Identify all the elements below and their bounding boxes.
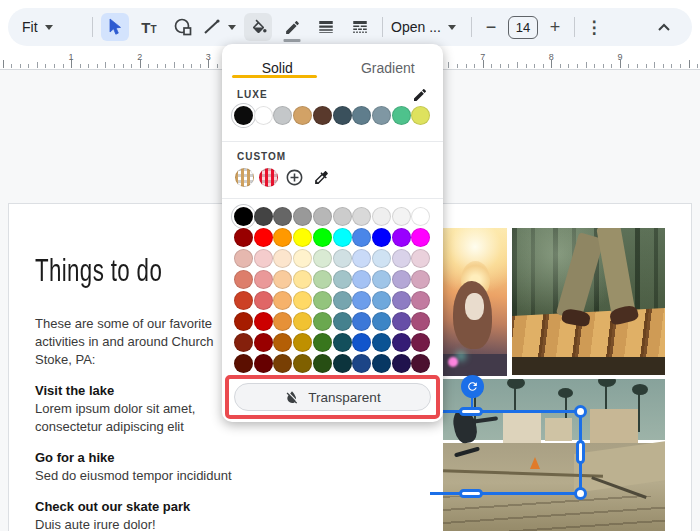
selection-handle-bottom-right[interactable] bbox=[574, 487, 587, 500]
rotate-handle[interactable] bbox=[461, 375, 484, 398]
color-swatch[interactable] bbox=[254, 333, 273, 352]
color-swatch[interactable] bbox=[293, 354, 312, 373]
color-swatch[interactable] bbox=[411, 354, 430, 373]
custom-color-swatch[interactable] bbox=[235, 168, 254, 187]
color-swatch[interactable] bbox=[411, 249, 430, 268]
color-swatch[interactable] bbox=[234, 228, 253, 247]
color-swatch[interactable] bbox=[352, 228, 371, 247]
color-swatch[interactable] bbox=[392, 291, 411, 310]
color-swatch[interactable] bbox=[234, 354, 253, 373]
color-swatch[interactable] bbox=[313, 207, 332, 226]
increase-font-button[interactable]: + bbox=[544, 13, 566, 41]
color-swatch[interactable] bbox=[352, 312, 371, 331]
color-swatch[interactable] bbox=[372, 312, 391, 331]
color-swatch[interactable] bbox=[254, 228, 273, 247]
luxe-swatch[interactable] bbox=[254, 106, 273, 125]
color-swatch[interactable] bbox=[333, 228, 352, 247]
font-family-select[interactable]: Open ... bbox=[391, 13, 463, 41]
color-swatch[interactable] bbox=[333, 249, 352, 268]
transparent-button[interactable]: Transparent bbox=[234, 383, 431, 411]
slide-text-block[interactable]: Things to do These are some of our favor… bbox=[35, 253, 235, 531]
color-swatch[interactable] bbox=[333, 333, 352, 352]
color-swatch[interactable] bbox=[411, 312, 430, 331]
color-swatch[interactable] bbox=[372, 207, 391, 226]
color-swatch[interactable] bbox=[392, 312, 411, 331]
color-swatch[interactable] bbox=[273, 333, 292, 352]
fill-color-button[interactable] bbox=[244, 13, 272, 41]
color-swatch[interactable] bbox=[392, 228, 411, 247]
color-swatch[interactable] bbox=[333, 207, 352, 226]
color-swatch[interactable] bbox=[333, 312, 352, 331]
color-swatch[interactable] bbox=[293, 207, 312, 226]
selection-border-bottom[interactable] bbox=[430, 492, 581, 495]
color-swatch[interactable] bbox=[273, 312, 292, 331]
luxe-swatch[interactable] bbox=[234, 106, 253, 125]
color-swatch[interactable] bbox=[313, 249, 332, 268]
color-swatch[interactable] bbox=[352, 333, 371, 352]
line-weight-button[interactable] bbox=[312, 13, 340, 41]
color-swatch[interactable] bbox=[293, 228, 312, 247]
color-swatch[interactable] bbox=[372, 354, 391, 373]
color-swatch[interactable] bbox=[313, 312, 332, 331]
color-swatch[interactable] bbox=[254, 291, 273, 310]
color-swatch[interactable] bbox=[273, 207, 292, 226]
color-swatch[interactable] bbox=[234, 312, 253, 331]
luxe-swatch[interactable] bbox=[392, 106, 411, 125]
eyedropper-button[interactable] bbox=[310, 166, 332, 188]
color-swatch[interactable] bbox=[411, 333, 430, 352]
color-swatch[interactable] bbox=[234, 249, 253, 268]
color-swatch[interactable] bbox=[333, 291, 352, 310]
edit-theme-button[interactable] bbox=[409, 84, 431, 106]
selection-handle-bottom-mid[interactable] bbox=[459, 489, 483, 498]
selection-handle-right-mid[interactable] bbox=[576, 440, 585, 464]
more-options-button[interactable]: ⋮ bbox=[583, 13, 605, 41]
color-swatch[interactable] bbox=[273, 249, 292, 268]
color-swatch[interactable] bbox=[234, 270, 253, 289]
luxe-swatch[interactable] bbox=[313, 106, 332, 125]
color-swatch[interactable] bbox=[293, 333, 312, 352]
color-swatch[interactable] bbox=[293, 270, 312, 289]
luxe-swatch[interactable] bbox=[352, 106, 371, 125]
font-size-input[interactable]: 14 bbox=[508, 16, 538, 39]
selection-handle-top-mid[interactable] bbox=[459, 407, 483, 416]
color-swatch[interactable] bbox=[254, 207, 273, 226]
color-swatch[interactable] bbox=[352, 291, 371, 310]
luxe-swatch[interactable] bbox=[333, 106, 352, 125]
line-tool-button[interactable] bbox=[203, 13, 236, 41]
color-swatch[interactable] bbox=[234, 333, 253, 352]
luxe-swatch[interactable] bbox=[411, 106, 430, 125]
color-swatch[interactable] bbox=[392, 249, 411, 268]
color-swatch[interactable] bbox=[352, 270, 371, 289]
color-swatch[interactable] bbox=[333, 354, 352, 373]
collapse-toolbar-button[interactable] bbox=[650, 13, 678, 41]
color-swatch[interactable] bbox=[234, 207, 253, 226]
color-swatch[interactable] bbox=[352, 207, 371, 226]
color-swatch[interactable] bbox=[313, 291, 332, 310]
color-swatch[interactable] bbox=[411, 270, 430, 289]
color-swatch[interactable] bbox=[392, 207, 411, 226]
border-dash-button[interactable] bbox=[346, 13, 374, 41]
shape-tool-button[interactable] bbox=[169, 13, 197, 41]
color-swatch[interactable] bbox=[392, 333, 411, 352]
color-swatch[interactable] bbox=[392, 354, 411, 373]
color-swatch[interactable] bbox=[254, 270, 273, 289]
color-swatch[interactable] bbox=[234, 291, 253, 310]
color-swatch[interactable] bbox=[372, 270, 391, 289]
color-swatch[interactable] bbox=[411, 207, 430, 226]
color-swatch[interactable] bbox=[293, 249, 312, 268]
border-color-button[interactable] bbox=[278, 13, 306, 41]
hiking-boots-on-planks-photo[interactable] bbox=[512, 228, 665, 375]
color-swatch[interactable] bbox=[313, 333, 332, 352]
color-swatch[interactable] bbox=[372, 291, 391, 310]
color-swatch[interactable] bbox=[333, 270, 352, 289]
color-swatch[interactable] bbox=[273, 270, 292, 289]
color-swatch[interactable] bbox=[254, 312, 273, 331]
add-custom-color-button[interactable] bbox=[283, 166, 305, 188]
luxe-swatch[interactable] bbox=[293, 106, 312, 125]
color-swatch[interactable] bbox=[313, 270, 332, 289]
color-swatch[interactable] bbox=[313, 354, 332, 373]
color-swatch[interactable] bbox=[352, 354, 371, 373]
color-swatch[interactable] bbox=[372, 249, 391, 268]
skate-park-photo[interactable] bbox=[443, 379, 665, 531]
color-swatch[interactable] bbox=[392, 270, 411, 289]
